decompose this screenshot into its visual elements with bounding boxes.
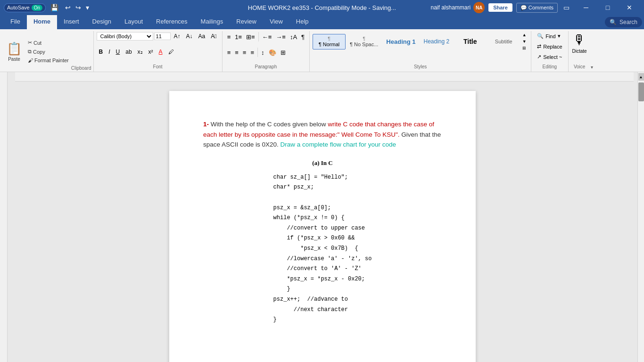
page-container: 1- With the help of the C codes given be… (169, 91, 476, 362)
customize-icon[interactable]: ▾ (84, 3, 91, 12)
dictate-button[interactable]: 🎙 Dictate (572, 32, 587, 54)
grow-font-button[interactable]: A↑ (172, 32, 183, 41)
scroll-up-button[interactable]: ▲ (638, 73, 644, 81)
styles-scroll-controls: ▲ ▼ ⊞ (520, 32, 528, 51)
font-group: Calibri (Body) A↑ A↓ Aa A⃝ B I U ab x₂ x… (94, 31, 223, 72)
undo-icon[interactable]: ↩ (63, 3, 73, 12)
style-heading1[interactable]: Heading 1 (382, 36, 419, 47)
tab-file[interactable]: File (4, 15, 27, 29)
tab-help[interactable]: Help (289, 15, 315, 29)
tab-insert[interactable]: Insert (57, 15, 86, 29)
code-block: char sz_a[] = "Hello"; char* psz_x; psz_… (273, 173, 372, 325)
scrollbar-track[interactable]: ▲ ▼ (637, 72, 644, 362)
microphone-icon: 🎙 (573, 32, 586, 48)
tab-mailings[interactable]: Mailings (194, 15, 230, 29)
maximize-button[interactable]: □ (597, 0, 619, 15)
save-icon[interactable]: 💾 (49, 3, 60, 12)
cut-button[interactable]: ✂ Cut (25, 39, 71, 47)
find-label: Find (545, 33, 555, 39)
styles-scroll-down[interactable]: ▼ (520, 39, 528, 44)
undo-redo-group: ↩ ↪ ▾ (63, 3, 91, 12)
align-right-button[interactable]: ≡ (241, 48, 248, 57)
search-icon: 🔍 (610, 19, 617, 25)
italic-button[interactable]: I (106, 48, 112, 56)
underline-button[interactable]: U (114, 48, 123, 56)
code-line-blank1 (273, 193, 372, 203)
styles-scroll-up[interactable]: ▲ (520, 32, 528, 38)
format-painter-button[interactable]: 🖌 Format Painter (25, 57, 71, 64)
tab-home[interactable]: Home (27, 15, 57, 29)
title-bar: AutoSave On 💾 ↩ ↪ ▾ HOME WORK2 ee353 - C… (0, 0, 644, 15)
replace-icon: ⇄ (537, 43, 541, 49)
paste-button[interactable]: 📋 Paste (4, 40, 25, 64)
font-size-input[interactable] (154, 33, 171, 40)
align-center-button[interactable]: ≡ (233, 48, 240, 57)
style-normal[interactable]: ¶ ¶ Normal (313, 34, 346, 49)
close-button[interactable]: ✕ (619, 0, 640, 15)
decrease-indent-button[interactable]: ←≡ (260, 33, 274, 41)
change-case-button[interactable]: Aa (196, 32, 208, 41)
minimize-button[interactable]: ─ (575, 0, 597, 15)
code-line-8: //lowercase 'a' - 'z', so (273, 254, 372, 264)
search-label: Search (619, 19, 637, 25)
style-heading2[interactable]: Heading 2 (420, 36, 453, 47)
align-left-button[interactable]: ≡ (225, 48, 233, 57)
paste-label: Paste (8, 57, 20, 62)
ribbon-display-icon[interactable]: ▭ (561, 3, 571, 12)
sort-button[interactable]: ↕A (288, 33, 299, 41)
font-family-select[interactable]: Calibri (Body) (97, 32, 153, 41)
borders-button[interactable]: ⊞ (279, 48, 288, 57)
numbering-button[interactable]: 1≡ (233, 33, 244, 41)
subscript-button[interactable]: x₂ (135, 48, 145, 56)
find-button[interactable]: 🔍 Find ▾ (534, 32, 565, 40)
ribbon-tabs: File Home Insert Design Layout Reference… (0, 15, 644, 29)
code-line-9: //convert to 'A' - 'Z' (273, 264, 372, 274)
copy-button[interactable]: ⧉ Copy (25, 48, 71, 56)
strikethrough-button[interactable]: ab (123, 48, 134, 56)
replace-button[interactable]: ⇄ Replace (534, 42, 565, 50)
shrink-font-button[interactable]: A↓ (184, 32, 195, 41)
increase-indent-button[interactable]: →≡ (274, 33, 288, 41)
tab-view[interactable]: View (263, 15, 289, 29)
styles-group: ¶ ¶ Normal ¶ ¶ No Spac... Heading 1 Head… (310, 31, 531, 72)
autosave-toggle[interactable]: AutoSave On (4, 3, 46, 12)
find-icon: 🔍 (537, 33, 544, 39)
bullets-button[interactable]: ≡ (225, 33, 233, 41)
document-area[interactable]: 1- With the help of the C codes given be… (8, 72, 637, 362)
font-color-button[interactable]: A (157, 48, 165, 56)
expand-icon[interactable]: ▾ (591, 65, 593, 70)
justify-button[interactable]: ≡ (248, 48, 256, 57)
multilevel-button[interactable]: ⊞≡ (244, 33, 257, 41)
code-line-2: char* psz_x; (273, 182, 372, 193)
style-title[interactable]: Title (454, 36, 487, 47)
vertical-ruler (0, 72, 8, 362)
select-icon: ↗ (537, 54, 541, 60)
scroll-thumb[interactable] (638, 82, 644, 101)
editing-group-label: Editing (534, 63, 565, 71)
bold-button[interactable]: B (97, 48, 106, 56)
user-avatar[interactable]: NA (473, 2, 485, 13)
tab-review[interactable]: Review (230, 15, 263, 29)
tab-layout[interactable]: Layout (118, 15, 149, 29)
code-line-12: psz_x++; //advance to (273, 295, 372, 305)
show-formatting-button[interactable]: ¶ (299, 33, 306, 41)
clear-format-button[interactable]: A⃝ (208, 32, 219, 41)
highlight-button[interactable]: 🖊 (166, 48, 176, 56)
share-button[interactable]: Share (488, 3, 512, 12)
style-nospacing[interactable]: ¶ ¶ No Spac... (346, 34, 382, 49)
question-number: 1- (203, 121, 209, 128)
superscript-button[interactable]: x² (146, 48, 156, 56)
tab-references[interactable]: References (149, 15, 194, 29)
redo-icon[interactable]: ↪ (74, 3, 83, 12)
select-button[interactable]: ↗ Select ~ (534, 53, 565, 61)
styles-expand[interactable]: ⊞ (520, 45, 528, 51)
code-line-10: *psz_x = *psz_x - 0x20; (273, 274, 372, 285)
copy-label: Copy (33, 49, 45, 55)
shading-button[interactable]: 🎨 (267, 48, 278, 57)
style-subtitle[interactable]: Subtitle (487, 37, 520, 46)
comments-button[interactable]: 💬 Comments (516, 3, 558, 13)
styles-gallery: ¶ ¶ Normal ¶ ¶ No Spac... Heading 1 Head… (313, 32, 528, 51)
line-spacing-button[interactable]: ↕ (259, 48, 266, 57)
search-box[interactable]: 🔍 Search (605, 17, 642, 27)
tab-design[interactable]: Design (86, 15, 118, 29)
